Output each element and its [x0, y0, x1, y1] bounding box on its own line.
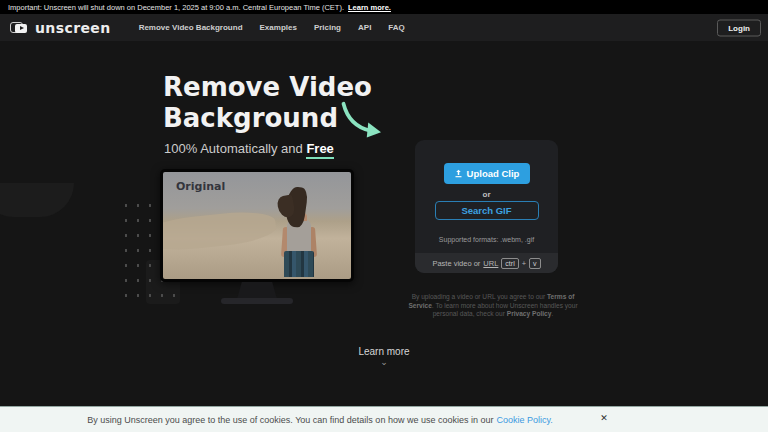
supported-formats-text: Supported formats: .webm, .gif — [415, 236, 558, 243]
login-button[interactable]: Login — [717, 19, 761, 36]
cookie-banner: By using Unscreen you agree to the use o… — [0, 406, 768, 432]
unscreen-play-icon — [10, 21, 29, 35]
paste-url-link[interactable]: URL — [483, 259, 498, 268]
nav-item-faq[interactable]: FAQ — [388, 23, 404, 32]
brand-logo[interactable]: unscreen — [10, 20, 111, 36]
privacy-policy-link[interactable]: Privacy Policy — [507, 310, 552, 317]
close-icon[interactable]: ✕ — [597, 411, 611, 425]
chevron-down-icon: ⌄ — [334, 359, 434, 366]
cookie-policy-link[interactable]: Cookie Policy. — [496, 415, 552, 425]
upload-card: Upload Clip or Search GIF Supported form… — [415, 140, 558, 273]
desert-dune — [163, 208, 277, 254]
terms-text-3: . — [551, 310, 553, 317]
curved-arrow-icon — [336, 98, 384, 144]
upload-icon — [454, 169, 463, 178]
terms-disclaimer: By uploading a video or URL you agree to… — [399, 293, 587, 319]
nav-item-api[interactable]: API — [358, 23, 371, 32]
paste-bar: Paste video or URL ctrl + v — [415, 253, 558, 273]
v-key: v — [529, 258, 541, 269]
learn-more-label: Learn more — [334, 346, 434, 357]
cookie-message: By using Unscreen you agree to the use o… — [87, 415, 493, 425]
shutdown-learn-more-link[interactable]: Learn more. — [348, 3, 391, 12]
nav-item-pricing[interactable]: Pricing — [314, 23, 341, 32]
original-label: Original — [176, 180, 225, 193]
page: Important: Unscreen will shut down on De… — [0, 0, 768, 432]
hero-subtitle: 100% Automatically and Free — [164, 141, 334, 156]
shutdown-banner: Important: Unscreen will shut down on De… — [0, 0, 768, 14]
brand-name: unscreen — [35, 20, 111, 36]
terms-text-1: By uploading a video or URL you agree to… — [412, 293, 547, 300]
plus-sign: + — [522, 259, 526, 268]
monitor-base — [221, 298, 293, 304]
search-gif-button[interactable]: Search GIF — [435, 201, 539, 220]
terms-text-2: . To learn more about how Unscreen handl… — [432, 302, 578, 318]
cookie-text: By using Unscreen you agree to the use o… — [0, 407, 640, 432]
hero-subtitle-free: Free — [306, 141, 333, 159]
or-divider: or — [415, 190, 558, 199]
ctrl-key: ctrl — [501, 258, 518, 269]
woman-figure — [278, 187, 318, 279]
decorative-blob — [0, 183, 74, 217]
video-preview-monitor: Original — [160, 169, 354, 305]
navbar: unscreen Remove Video Background Example… — [0, 14, 768, 41]
learn-more-link[interactable]: Learn more ⌄ — [334, 346, 434, 366]
shutdown-banner-text: Important: Unscreen will shut down on De… — [8, 3, 344, 12]
upload-clip-button[interactable]: Upload Clip — [444, 163, 530, 184]
paste-text: Paste video or — [432, 259, 480, 268]
nav-item-remove-video-background[interactable]: Remove Video Background — [139, 23, 243, 32]
original-video-preview: Original — [163, 172, 351, 279]
monitor-stand — [237, 282, 277, 299]
nav-item-examples[interactable]: Examples — [260, 23, 297, 32]
upload-clip-label: Upload Clip — [467, 168, 520, 179]
hero-subtitle-text: 100% Automatically and — [164, 141, 306, 156]
monitor-frame: Original — [160, 169, 354, 282]
nav-links: Remove Video Background Examples Pricing… — [139, 23, 405, 32]
